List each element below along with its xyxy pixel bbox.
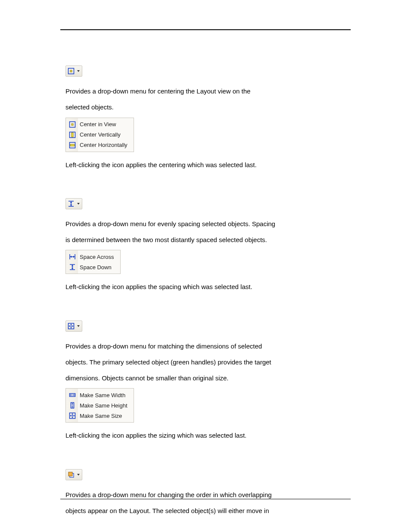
- svg-marker-21: [72, 265, 74, 266]
- dropdown-caret-icon: [77, 474, 80, 476]
- footer-rule: [60, 499, 351, 499]
- menu-item-label: Space Across: [80, 254, 114, 260]
- order-dropdown-button[interactable]: [65, 469, 82, 480]
- space-dropdown-button[interactable]: [65, 198, 82, 209]
- order-intro-line-1: Provides a drop-down menu for changing t…: [65, 490, 351, 500]
- center-menu: Center in View Center Vertically: [65, 118, 134, 152]
- menu-item-label: Make Same Size: [80, 413, 122, 419]
- center-intro-line-2: selected objects.: [65, 102, 351, 112]
- svg-marker-28: [69, 325, 70, 327]
- dropdown-caret-icon: [77, 203, 80, 205]
- svg-marker-43: [70, 415, 72, 417]
- order-intro-line-2: objects appear on the Layout. The select…: [65, 506, 351, 516]
- size-intro-line-2: objects. The primary selected object (gr…: [65, 357, 351, 367]
- menu-item-center-horizontally[interactable]: Center Horizontally: [66, 140, 134, 150]
- same-width-icon: [68, 391, 76, 399]
- svg-rect-5: [72, 133, 73, 137]
- menu-item-label: Center Horizontally: [80, 142, 128, 148]
- menu-item-same-height[interactable]: Make Same Height: [66, 400, 134, 411]
- svg-marker-36: [72, 403, 73, 404]
- svg-marker-27: [70, 327, 72, 329]
- menu-item-same-size[interactable]: Make Same Size: [66, 411, 134, 421]
- space-down-icon: [68, 263, 76, 271]
- menu-item-label: Space Down: [80, 264, 112, 271]
- dropdown-caret-icon: [77, 70, 80, 72]
- size-note: Left-clicking the icon applies the sizin…: [65, 430, 351, 440]
- center-note: Left-clicking the icon applies the cente…: [65, 160, 351, 170]
- space-intro-line-2: is determined between the two most dista…: [65, 235, 351, 245]
- size-intro-line-3: dimensions. Objects cannot be smaller th…: [65, 373, 351, 383]
- menu-item-space-across[interactable]: Space Across: [66, 252, 120, 262]
- center-horizontally-icon: [68, 141, 76, 149]
- menu-item-label: Center Vertically: [80, 131, 121, 138]
- svg-marker-44: [74, 415, 75, 417]
- svg-marker-26: [70, 324, 72, 325]
- center-vertically-icon: [68, 131, 76, 139]
- menu-item-same-width[interactable]: Make Same Width: [66, 390, 134, 400]
- space-intro-line-1: Provides a drop-down menu for evenly spa…: [65, 219, 351, 229]
- svg-rect-7: [70, 144, 75, 146]
- space-across-icon: [68, 253, 76, 261]
- svg-marker-11: [70, 202, 72, 203]
- make-same-size-icon: [67, 322, 75, 330]
- svg-marker-12: [70, 205, 72, 206]
- svg-rect-3: [72, 124, 73, 125]
- center-in-view-icon: [68, 121, 76, 128]
- space-menu: Space Across Space Down: [65, 250, 121, 274]
- svg-marker-32: [70, 394, 72, 396]
- svg-marker-33: [74, 394, 75, 396]
- size-intro-line-1: Provides a drop-down menu for matching t…: [65, 341, 351, 351]
- bring-to-front-icon: [67, 471, 75, 479]
- svg-marker-29: [72, 325, 74, 327]
- same-height-icon: [68, 401, 76, 409]
- svg-marker-42: [72, 417, 73, 418]
- dropdown-caret-icon: [77, 325, 80, 327]
- space-down-icon: [67, 200, 75, 208]
- space-note: Left-clicking the icon applies the spaci…: [65, 282, 351, 292]
- menu-item-space-down[interactable]: Space Down: [66, 262, 120, 272]
- size-dropdown-button[interactable]: [65, 320, 82, 332]
- same-size-icon: [68, 412, 76, 420]
- menu-item-label: Make Same Height: [80, 402, 128, 409]
- svg-marker-37: [72, 407, 73, 408]
- size-menu: Make Same Width Make Same Height: [65, 388, 134, 423]
- center-in-view-icon: [67, 67, 75, 75]
- center-dropdown-button[interactable]: [65, 65, 82, 77]
- menu-item-label: Make Same Width: [80, 392, 125, 398]
- svg-rect-46: [68, 472, 72, 476]
- svg-marker-41: [72, 414, 73, 415]
- svg-marker-22: [72, 268, 74, 269]
- center-intro-line-1: Provides a drop-down menu for centering …: [65, 86, 351, 96]
- svg-marker-16: [70, 256, 72, 258]
- menu-item-center-in-view[interactable]: Center in View: [66, 119, 134, 130]
- menu-item-label: Center in View: [80, 121, 116, 128]
- svg-rect-1: [70, 70, 72, 72]
- menu-item-center-vertically[interactable]: Center Vertically: [66, 130, 134, 140]
- svg-marker-17: [73, 256, 75, 258]
